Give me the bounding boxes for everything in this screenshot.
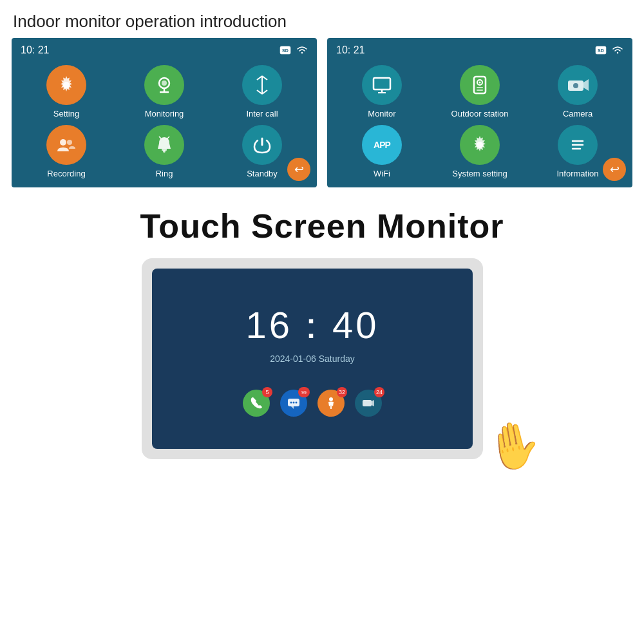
- device-frame: 16：40 2024-01-06 Saturday 5: [142, 258, 483, 459]
- svg-point-25: [479, 82, 481, 84]
- svg-point-40: [329, 397, 333, 401]
- monitor-label: Monitor: [368, 109, 395, 118]
- svg-line-10: [257, 90, 262, 94]
- motion-icon-wrap[interactable]: 32: [317, 390, 345, 417]
- bottom-section: Touch Screen Monitor 16：40 2024-01-06 Sa…: [0, 207, 644, 459]
- svg-line-8: [257, 76, 262, 80]
- right-back-button[interactable]: ↩: [603, 158, 626, 181]
- sd-card-icon: SD: [279, 46, 292, 55]
- message-icon-wrap[interactable]: 99: [280, 390, 307, 417]
- setting-label: Setting: [53, 109, 79, 118]
- monitor-item[interactable]: Monitor: [336, 65, 428, 118]
- system-setting-label: System setting: [452, 169, 507, 178]
- monitoring-item[interactable]: Monitoring: [118, 65, 210, 118]
- monitoring-label: Monitoring: [145, 109, 184, 118]
- svg-point-13: [67, 140, 72, 145]
- message-badge: 99: [298, 387, 310, 397]
- standby-icon-circle: [242, 125, 282, 165]
- outdoor-station-icon-circle: [460, 65, 500, 105]
- right-time: 10: 21: [336, 44, 365, 56]
- information-icon-circle: [558, 125, 598, 165]
- recording-item[interactable]: Recording: [21, 125, 112, 178]
- svg-line-11: [262, 90, 267, 94]
- svg-point-15: [163, 150, 166, 153]
- top-section: 10: 21 SD: [0, 38, 644, 187]
- left-icons-grid: Setting Monitoring: [21, 65, 308, 178]
- right-screen-topbar: 10: 21 SD: [336, 44, 623, 56]
- svg-rect-27: [477, 90, 483, 91]
- svg-point-39: [296, 402, 298, 404]
- ring-item[interactable]: Ring: [118, 125, 210, 178]
- monitor-icon-circle: [362, 65, 402, 105]
- system-setting-icon-circle: [460, 125, 500, 165]
- ring-icon-circle: [144, 125, 184, 165]
- cam-icon-wrap[interactable]: 24: [355, 390, 382, 417]
- monitoring-icon: [152, 73, 176, 97]
- sd-card-icon-right: SD: [595, 46, 608, 55]
- wifi-app-item[interactable]: APP WiFi: [336, 125, 428, 178]
- right-status-icons: SD: [595, 46, 623, 55]
- right-screen: 10: 21 SD: [327, 38, 632, 187]
- setting-icon-circle: [46, 65, 86, 105]
- system-setting-icon: [468, 133, 491, 156]
- setting-item[interactable]: Setting: [21, 65, 112, 118]
- phone-icon-wrap[interactable]: 5: [243, 390, 270, 417]
- outdoor-station-label: Outdoor station: [451, 109, 509, 118]
- outdoor-station-item[interactable]: Outdoor station: [434, 65, 526, 118]
- cam-badge: 24: [374, 387, 384, 397]
- system-setting-item[interactable]: System setting: [434, 125, 526, 178]
- ring-icon: [153, 133, 176, 156]
- svg-point-4: [162, 80, 167, 86]
- svg-line-16: [159, 137, 161, 138]
- phone-badge: 5: [262, 387, 272, 397]
- standby-icon: [251, 133, 274, 156]
- information-label: Information: [556, 169, 598, 178]
- camera-item[interactable]: Camera: [532, 65, 623, 118]
- monitor-icon: [370, 73, 394, 97]
- standby-label: Standby: [247, 169, 278, 178]
- motion-icon: [324, 396, 338, 410]
- svg-point-38: [293, 402, 295, 404]
- svg-point-30: [573, 83, 578, 88]
- svg-rect-41: [363, 400, 372, 406]
- left-screen-topbar: 10: 21 SD: [21, 44, 308, 56]
- left-status-icons: SD: [279, 46, 308, 55]
- wifi-label: WiFi: [374, 169, 390, 178]
- camera-icon: [565, 73, 590, 97]
- intercall-item[interactable]: Inter call: [216, 65, 308, 118]
- svg-line-9: [262, 76, 267, 80]
- wifi-icon: [296, 46, 308, 55]
- svg-marker-29: [583, 79, 589, 91]
- intercall-icon-circle: [242, 65, 282, 105]
- clock-display: 16：40: [245, 301, 379, 351]
- camera-label: Camera: [563, 109, 592, 118]
- device-wrapper: 16：40 2024-01-06 Saturday 5: [142, 258, 502, 459]
- bottom-app-icons: 5 99: [243, 390, 382, 417]
- phone-icon: [249, 396, 263, 410]
- recording-icon-circle: [46, 125, 86, 165]
- svg-line-17: [167, 137, 169, 138]
- cam-icon: [361, 396, 375, 410]
- touch-screen-title: Touch Screen Monitor: [140, 207, 504, 245]
- motion-badge: 32: [337, 387, 347, 397]
- svg-point-37: [290, 402, 292, 404]
- left-screen: 10: 21 SD: [12, 38, 317, 187]
- outdoor-station-icon: [468, 73, 492, 97]
- page-title: Indoor monitor operation introduction: [0, 0, 644, 38]
- svg-marker-42: [372, 400, 374, 406]
- message-icon: [287, 396, 301, 410]
- svg-text:SD: SD: [282, 48, 289, 53]
- ring-label: Ring: [156, 169, 173, 178]
- svg-rect-26: [477, 87, 483, 88]
- intercall-label: Inter call: [246, 109, 278, 118]
- intercall-icon: [251, 73, 274, 97]
- right-icons-grid: Monitor Outdoor station: [336, 65, 623, 178]
- recording-label: Recording: [47, 169, 85, 178]
- date-display: 2024-01-06 Saturday: [270, 354, 355, 364]
- device-screen: 16：40 2024-01-06 Saturday 5: [152, 269, 473, 449]
- left-back-button[interactable]: ↩: [287, 158, 310, 181]
- monitoring-icon-circle: [144, 65, 184, 105]
- svg-marker-36: [291, 406, 294, 409]
- camera-icon-circle: [558, 65, 598, 105]
- svg-text:SD: SD: [598, 48, 604, 53]
